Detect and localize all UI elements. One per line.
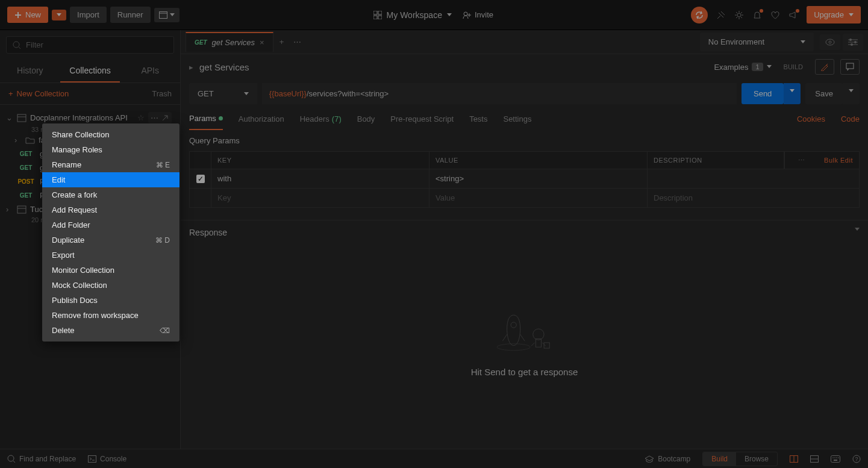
- ctx-publish[interactable]: Publish Docs: [42, 293, 180, 308]
- shortcut: ⌘ D: [155, 236, 170, 245]
- shortcut: ⌘ E: [156, 161, 170, 169]
- ctx-edit[interactable]: Edit: [42, 172, 180, 187]
- ctx-create-fork[interactable]: Create a fork: [42, 187, 180, 202]
- ctx-share-collection[interactable]: Share Collection: [42, 127, 180, 142]
- ctx-monitor[interactable]: Monitor Collection: [42, 263, 180, 278]
- delete-icon: ⌫: [160, 326, 170, 335]
- ctx-add-request[interactable]: Add Request: [42, 202, 180, 217]
- ctx-delete[interactable]: Delete⌫: [42, 323, 180, 338]
- ctx-export[interactable]: Export: [42, 248, 180, 263]
- ctx-mock[interactable]: Mock Collection: [42, 278, 180, 293]
- ctx-add-folder[interactable]: Add Folder: [42, 217, 180, 232]
- context-menu: Share Collection Manage Roles Rename⌘ E …: [42, 123, 180, 342]
- ctx-manage-roles[interactable]: Manage Roles: [42, 142, 180, 157]
- ctx-duplicate[interactable]: Duplicate⌘ D: [42, 232, 180, 248]
- ctx-rename[interactable]: Rename⌘ E: [42, 157, 180, 172]
- ctx-remove[interactable]: Remove from workspace: [42, 308, 180, 323]
